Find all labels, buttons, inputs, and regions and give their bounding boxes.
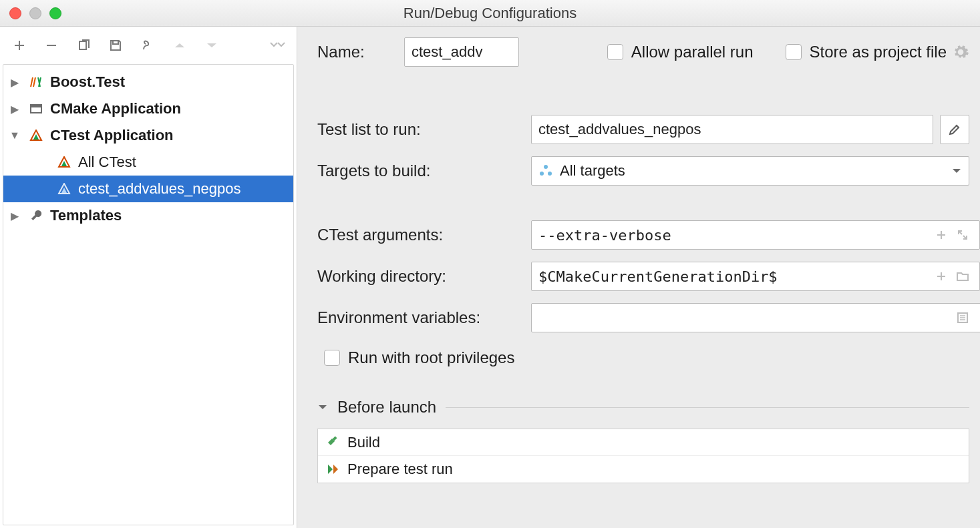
svg-point-5: [540, 172, 544, 176]
envvars-input[interactable]: [531, 303, 980, 332]
edit-envvars-button[interactable]: [956, 311, 969, 324]
chevron-down-icon: [317, 403, 328, 411]
move-down-button[interactable]: [203, 37, 220, 54]
envvars-label: Environment variables:: [317, 308, 531, 327]
divider: [446, 407, 969, 408]
tree-item-boost-test[interactable]: ▶ Boost.Test: [3, 69, 293, 95]
ctest-icon: [55, 156, 73, 168]
svg-point-6: [548, 172, 552, 176]
tree-item-ctest-application[interactable]: ▼ CTest Application: [3, 122, 293, 149]
sidebar: ▶ Boost.Test ▶ CMake Application ▼ CTest…: [0, 27, 297, 528]
testlist-label: Test list to run:: [317, 120, 531, 139]
wrench-icon: [27, 209, 45, 222]
sidebar-toolbar: [0, 27, 297, 64]
chevron-right-icon: ▶: [7, 210, 22, 222]
gear-icon[interactable]: [952, 43, 969, 61]
before-launch-list: Build Prepare test run: [317, 429, 969, 483]
window-title: Run/Debug Configurations: [0, 5, 980, 22]
svg-rect-1: [113, 41, 118, 44]
run-tests-icon: [326, 463, 339, 476]
move-up-button[interactable]: [171, 37, 188, 54]
svg-point-4: [544, 165, 548, 169]
insert-macro-button[interactable]: [935, 270, 948, 283]
ctest-app-icon: [27, 129, 45, 142]
copy-config-button[interactable]: [75, 37, 92, 54]
tree-item-all-ctest[interactable]: All CTest: [3, 149, 293, 176]
store-project-label: Store as project file: [810, 43, 947, 61]
before-launch-item-build[interactable]: Build: [318, 429, 969, 456]
hammer-icon: [326, 436, 339, 449]
name-label: Name:: [317, 43, 404, 61]
tree-item-selected-config[interactable]: ctest_addvalues_negpos: [3, 176, 293, 202]
tree-label: Templates: [50, 207, 122, 224]
targets-dropdown[interactable]: All targets: [531, 156, 969, 186]
tree-label: Boost.Test: [50, 73, 125, 91]
config-tree: ▶ Boost.Test ▶ CMake Application ▼ CTest…: [3, 64, 294, 525]
boost-test-icon: [27, 76, 45, 88]
ctestargs-input[interactable]: [531, 220, 980, 250]
ctestargs-label: CTest arguments:: [317, 226, 531, 244]
chevron-right-icon: ▶: [7, 103, 22, 115]
svg-rect-0: [79, 41, 86, 49]
targets-value: All targets: [560, 162, 945, 180]
cmake-app-icon: [27, 103, 45, 115]
targets-icon: [538, 164, 553, 178]
browse-folder-button[interactable]: [956, 270, 969, 283]
allow-parallel-label: Allow parallel run: [631, 43, 754, 61]
tree-label: ctest_addvalues_negpos: [78, 180, 240, 198]
insert-macro-button[interactable]: [935, 228, 948, 242]
tree-label: CMake Application: [50, 100, 181, 117]
edit-defaults-button[interactable]: [139, 37, 156, 54]
before-launch-label: Before launch: [337, 398, 436, 417]
ctest-icon: [55, 183, 73, 195]
chevron-down-icon: [951, 167, 962, 175]
targets-label: Targets to build:: [317, 162, 531, 180]
store-project-checkbox[interactable]: [786, 44, 802, 60]
before-launch-item-label: Prepare test run: [347, 461, 453, 478]
workdir-label: Working directory:: [317, 267, 531, 286]
tree-item-templates[interactable]: ▶ Templates: [3, 202, 293, 229]
svg-rect-3: [31, 105, 41, 107]
name-input[interactable]: [404, 37, 519, 67]
root-privileges-label: Run with root privileges: [348, 348, 514, 367]
before-launch-section[interactable]: Before launch: [317, 398, 969, 417]
chevron-right-icon: ▶: [7, 76, 22, 89]
expand-field-button[interactable]: [956, 228, 969, 242]
before-launch-item-label: Build: [347, 434, 380, 451]
edit-testlist-button[interactable]: [940, 115, 969, 144]
tree-label: All CTest: [78, 154, 136, 171]
remove-config-button[interactable]: [43, 37, 60, 54]
more-actions-button[interactable]: [269, 37, 286, 54]
testlist-input[interactable]: [531, 115, 933, 144]
chevron-down-icon: ▼: [7, 129, 22, 142]
titlebar: Run/Debug Configurations: [0, 0, 980, 27]
add-config-button[interactable]: [11, 37, 28, 54]
form-panel: Name: Allow parallel run Store as projec…: [297, 27, 980, 528]
before-launch-item-prepare[interactable]: Prepare test run: [318, 456, 969, 483]
workdir-input[interactable]: [531, 262, 980, 291]
tree-item-cmake-application[interactable]: ▶ CMake Application: [3, 95, 293, 122]
allow-parallel-checkbox[interactable]: [607, 44, 623, 60]
save-config-button[interactable]: [107, 37, 124, 54]
tree-label: CTest Application: [50, 127, 174, 144]
root-privileges-checkbox[interactable]: [324, 350, 340, 366]
